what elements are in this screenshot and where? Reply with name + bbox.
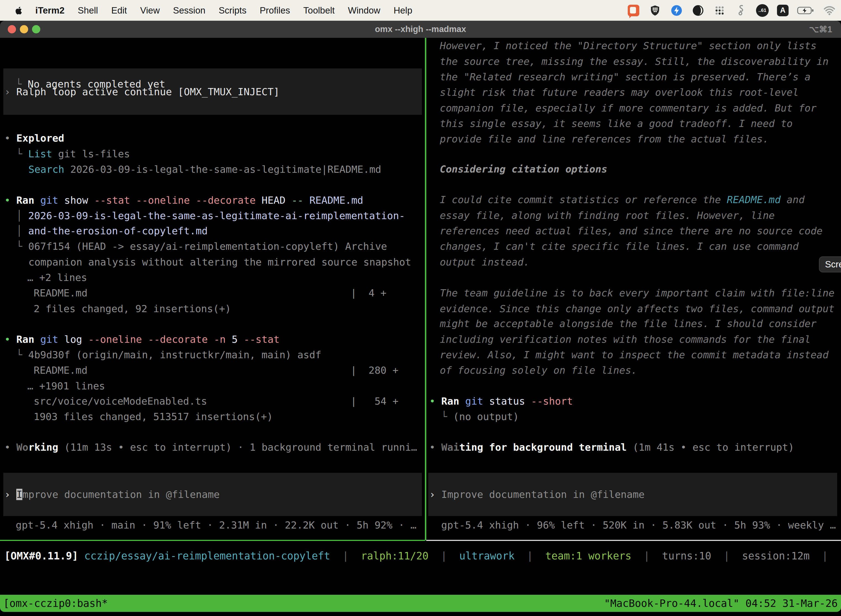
omx-status-segment: turns:10 xyxy=(662,550,711,562)
thinking-para1-line2: the source tree, missing the essay. Stil… xyxy=(440,54,829,69)
text-cursor: I xyxy=(16,489,22,500)
wifi-icon[interactable] xyxy=(823,4,836,17)
working-status-line: • Working (11m 13s • esc to interrupt) ·… xyxy=(4,439,417,455)
log-summary-line: 1903 files changed, 513517 insertions(+) xyxy=(34,409,273,424)
text-segment: │ xyxy=(16,210,28,221)
terminal-content[interactable]: › Improve documentation in @filename › I… xyxy=(0,38,841,595)
left-prompt-line: › Improve documentation in @filename xyxy=(4,487,220,502)
text-segment: Considering citation options xyxy=(440,163,607,175)
waiting-status-line: • Waiting for background terminal (1m 41… xyxy=(429,439,794,455)
thinking-para2-line2: essay file, along with finding root file… xyxy=(440,208,775,223)
text-segment: -- xyxy=(292,195,309,206)
battery-cycle-badge-icon[interactable]: ..61 xyxy=(756,4,769,17)
thinking-heading-line: Considering citation options xyxy=(440,161,607,177)
text-segment: git ls-files xyxy=(52,148,130,160)
omx-status-segment: | xyxy=(631,550,662,562)
omx-status-segment: ralph:11/20 xyxy=(361,550,428,562)
text-segment: companion analysis without altering the … xyxy=(28,257,411,268)
dots-grid-icon[interactable] xyxy=(713,4,726,17)
thinking-para1-line1: However, I noticed the "Directory Struct… xyxy=(440,38,816,54)
apple-menu-icon[interactable] xyxy=(14,5,24,16)
text-segment: README.md | 4 + xyxy=(34,287,387,299)
menu-item-session[interactable]: Session xyxy=(173,5,205,16)
menu-item-shell[interactable]: Shell xyxy=(78,5,98,16)
text-segment: including verification notes with those … xyxy=(440,334,811,345)
window-title-bar[interactable]: omx --xhigh --madmax ⌥⌘1 xyxy=(0,21,841,38)
text-segment: Ran xyxy=(16,195,40,206)
text-segment: and xyxy=(781,194,804,205)
omx-status-segment: ultrawork xyxy=(459,550,514,562)
text-segment: Explored xyxy=(16,132,64,144)
menu-item-help[interactable]: Help xyxy=(393,5,412,16)
text-segment: slight risk that future readers may over… xyxy=(440,87,799,98)
right-pane-prompt-box[interactable]: › Improve documentation in @filename xyxy=(428,473,837,516)
text-segment: gpt-5.4 xhigh · 96% left · 520K in · 5.8… xyxy=(441,519,836,531)
explored-header-line: • Explored xyxy=(4,130,64,146)
squiggle-icon[interactable] xyxy=(734,4,748,17)
omx-status-segment: | xyxy=(810,550,840,562)
screen: iTerm2 ShellEditViewSessionScriptsProfil… xyxy=(0,0,841,616)
menu-item-window[interactable]: Window xyxy=(348,5,380,16)
prompt-chevron: › xyxy=(429,489,441,500)
menu-bar-status-icons: ..61 A xyxy=(627,0,836,21)
thinking-para3-line3: might be acceptable alongside the file l… xyxy=(440,316,816,331)
menu-item-edit[interactable]: Edit xyxy=(111,5,127,16)
text-segment: • xyxy=(4,334,16,345)
text-segment: --short xyxy=(531,396,573,407)
log-truncated-line: … +1901 lines xyxy=(27,378,105,394)
text-segment: might be acceptable alongside the file l… xyxy=(440,318,816,329)
thinking-para1-line3: the "Related research writing" section i… xyxy=(440,69,811,85)
thinking-para3-line4: including verification notes with those … xyxy=(440,331,811,347)
text-segment: Search xyxy=(28,164,64,175)
text-segment: Ralph loop active continue [OMX_TMUX_INJ… xyxy=(16,86,280,97)
menu-item-view[interactable]: View xyxy=(140,5,160,16)
ran-git-show-line: • Ran git show --stat --oneline --decora… xyxy=(4,192,363,208)
text-segment: Ran xyxy=(441,396,465,407)
text-segment: README.md | 280 + xyxy=(34,365,399,376)
text-segment: I could cite commit statistics or refere… xyxy=(440,194,727,205)
screen-record-chat-icon[interactable] xyxy=(627,4,640,17)
text-segment: provide file and line references from th… xyxy=(440,133,769,145)
tmux-session-label: [omx-cczip0:bash* xyxy=(3,597,108,609)
thinking-para1-line5: companion file, especially if more comme… xyxy=(440,100,816,116)
text-segment: HEAD xyxy=(262,195,292,206)
thinking-para1-line6: this single essay, it seems like a good … xyxy=(440,116,793,131)
text-segment: … +1901 lines xyxy=(27,380,105,392)
thinking-para1-line4: slight risk that future readers may over… xyxy=(440,84,799,100)
right-model-status-line: gpt-5.4 xhigh · 96% left · 520K in · 5.8… xyxy=(441,517,836,533)
sync-bolt-icon[interactable] xyxy=(670,4,683,17)
shield-grid-icon[interactable] xyxy=(648,4,662,17)
text-segment: companion file, especially if more comme… xyxy=(440,103,816,114)
thinking-para3-line2: evidence. Since this change only affects… xyxy=(440,301,834,317)
input-source-badge-icon[interactable]: A xyxy=(777,5,788,16)
text-segment: 067f154 (HEAD -> essay/ai-reimplementati… xyxy=(28,241,387,252)
menu-item-scripts[interactable]: Scripts xyxy=(218,5,246,16)
battery-icon[interactable] xyxy=(797,4,815,17)
omx-status-segment: | xyxy=(514,550,545,562)
text-segment: of focusing solely on file lines. xyxy=(440,365,637,376)
omx-status-line: [OMX#0.11.9] cczip/essay/ai-reimplementa… xyxy=(4,548,841,564)
explored-search-line: Search 2026-03-09-is-legal-the-same-as-l… xyxy=(28,161,381,177)
left-pane-prompt-box[interactable]: › Improve documentation in @filename xyxy=(3,473,422,516)
menu-item-toolbelt[interactable]: Toolbelt xyxy=(303,5,335,16)
text-segment: essay file, along with finding root file… xyxy=(440,210,775,221)
contrast-circle-icon[interactable] xyxy=(692,4,705,17)
menu-item-profiles[interactable]: Profiles xyxy=(259,5,290,16)
no-output-line: └ (no output) xyxy=(441,409,519,424)
thinking-para2-line5: output instead. xyxy=(440,254,529,270)
ralph-loop-line: › Ralph loop active continue [OMX_TMUX_I… xyxy=(4,84,280,100)
omx-status-segment: | xyxy=(428,550,459,562)
left-prompt-text: mprove documentation in @filename xyxy=(22,489,220,500)
text-segment: Wo xyxy=(16,441,28,453)
diffstat-summary-line: 2 files changed, 92 insertions(+) xyxy=(34,301,231,317)
text-segment: ting for background terminal xyxy=(459,441,627,453)
menu-app-name[interactable]: iTerm2 xyxy=(35,5,64,16)
screen-capture-chip[interactable]: Scre xyxy=(819,257,841,273)
text-segment: README.md xyxy=(727,194,781,205)
text-segment: (1m 41s • esc to interrupt) xyxy=(627,441,794,453)
text-segment: show xyxy=(64,195,94,206)
left-pane-bottom-border xyxy=(0,540,425,541)
left-model-status-line: gpt-5.4 xhigh · main · 91% left · 2.31M … xyxy=(16,517,416,533)
text-segment: 1903 files changed, 513517 insertions(+) xyxy=(34,411,273,422)
text-segment: └ xyxy=(16,148,28,160)
